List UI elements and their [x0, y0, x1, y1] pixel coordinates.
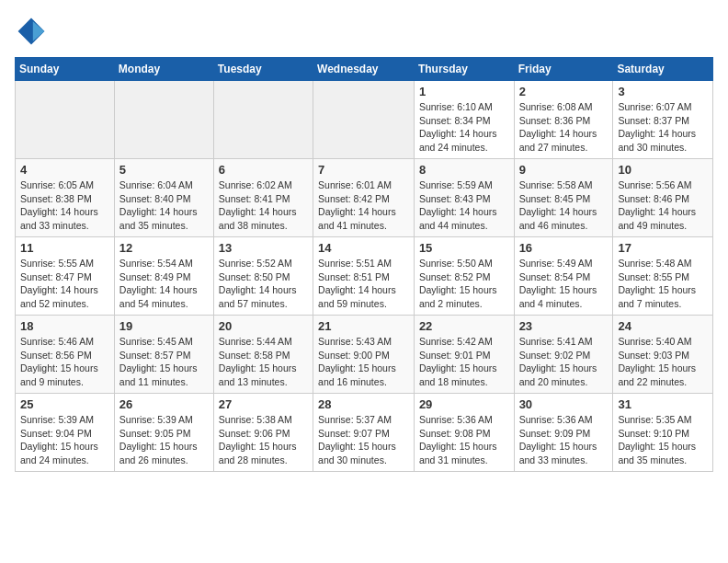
day-detail: Sunrise: 5:36 AM Sunset: 9:09 PM Dayligh… [519, 413, 609, 467]
day-number: 20 [219, 319, 308, 333]
day-number: 29 [419, 397, 509, 411]
weekday-header-monday: Monday [114, 58, 213, 81]
day-detail: Sunrise: 5:35 AM Sunset: 9:10 PM Dayligh… [618, 413, 708, 467]
day-detail: Sunrise: 6:05 AM Sunset: 8:38 PM Dayligh… [20, 178, 109, 233]
svg-marker-1 [33, 21, 45, 41]
calendar-table: SundayMondayTuesdayWednesdayThursdayFrid… [15, 57, 713, 472]
calendar-cell: 18Sunrise: 5:46 AM Sunset: 8:56 PM Dayli… [16, 316, 115, 394]
day-number: 14 [318, 241, 409, 255]
day-detail: Sunrise: 6:04 AM Sunset: 8:40 PM Dayligh… [119, 178, 209, 233]
calendar-cell: 21Sunrise: 5:43 AM Sunset: 9:00 PM Dayli… [313, 316, 415, 394]
calendar-cell: 7Sunrise: 6:01 AM Sunset: 8:42 PM Daylig… [313, 159, 415, 237]
day-detail: Sunrise: 5:55 AM Sunset: 8:47 PM Dayligh… [20, 257, 109, 311]
day-detail: Sunrise: 5:45 AM Sunset: 8:57 PM Dayligh… [119, 335, 209, 389]
day-number: 5 [119, 163, 209, 177]
day-detail: Sunrise: 5:44 AM Sunset: 8:58 PM Dayligh… [219, 335, 308, 389]
calendar-cell: 11Sunrise: 5:55 AM Sunset: 8:47 PM Dayli… [16, 237, 115, 316]
day-number: 22 [419, 319, 509, 333]
day-number: 31 [618, 397, 708, 411]
day-detail: Sunrise: 5:49 AM Sunset: 8:54 PM Dayligh… [519, 257, 609, 311]
day-number: 23 [519, 319, 609, 333]
calendar-cell: 20Sunrise: 5:44 AM Sunset: 8:58 PM Dayli… [213, 316, 313, 394]
day-detail: Sunrise: 5:46 AM Sunset: 8:56 PM Dayligh… [20, 335, 109, 389]
day-detail: Sunrise: 5:51 AM Sunset: 8:51 PM Dayligh… [318, 257, 409, 311]
day-number: 13 [219, 241, 308, 255]
day-detail: Sunrise: 5:52 AM Sunset: 8:50 PM Dayligh… [219, 257, 308, 311]
day-number: 27 [219, 397, 308, 411]
day-detail: Sunrise: 5:42 AM Sunset: 9:01 PM Dayligh… [419, 335, 509, 389]
day-detail: Sunrise: 5:48 AM Sunset: 8:55 PM Dayligh… [618, 257, 708, 311]
day-number: 1 [419, 85, 509, 98]
day-number: 7 [318, 163, 409, 177]
day-detail: Sunrise: 6:01 AM Sunset: 8:42 PM Dayligh… [318, 178, 409, 233]
calendar-cell: 2Sunrise: 6:08 AM Sunset: 8:36 PM Daylig… [514, 81, 613, 159]
day-number: 21 [318, 319, 409, 333]
page-header [15, 15, 713, 48]
calendar-cell: 5Sunrise: 6:04 AM Sunset: 8:40 PM Daylig… [114, 159, 213, 237]
weekday-header-row: SundayMondayTuesdayWednesdayThursdayFrid… [16, 58, 713, 81]
day-number: 26 [119, 397, 209, 411]
weekday-header-wednesday: Wednesday [313, 58, 415, 81]
day-detail: Sunrise: 5:36 AM Sunset: 9:08 PM Dayligh… [419, 413, 509, 467]
logo [15, 15, 53, 48]
week-row-2: 4Sunrise: 6:05 AM Sunset: 8:38 PM Daylig… [16, 159, 713, 237]
day-number: 10 [618, 163, 708, 177]
day-detail: Sunrise: 5:39 AM Sunset: 9:04 PM Dayligh… [20, 413, 109, 467]
calendar-cell [16, 81, 115, 159]
calendar-cell: 26Sunrise: 5:39 AM Sunset: 9:05 PM Dayli… [114, 394, 213, 472]
day-number: 25 [20, 397, 109, 411]
day-detail: Sunrise: 5:37 AM Sunset: 9:07 PM Dayligh… [318, 413, 409, 467]
calendar-cell [213, 81, 313, 159]
day-number: 19 [119, 319, 209, 333]
calendar-cell: 1Sunrise: 6:10 AM Sunset: 8:34 PM Daylig… [414, 81, 514, 159]
day-detail: Sunrise: 5:39 AM Sunset: 9:05 PM Dayligh… [119, 413, 209, 467]
calendar-cell: 24Sunrise: 5:40 AM Sunset: 9:03 PM Dayli… [613, 316, 713, 394]
day-detail: Sunrise: 5:56 AM Sunset: 8:46 PM Dayligh… [618, 178, 708, 233]
day-number: 6 [219, 163, 308, 177]
day-number: 3 [618, 85, 708, 98]
day-number: 8 [419, 163, 509, 177]
day-detail: Sunrise: 5:38 AM Sunset: 9:06 PM Dayligh… [219, 413, 308, 467]
day-detail: Sunrise: 6:10 AM Sunset: 8:34 PM Dayligh… [419, 100, 509, 155]
calendar-cell: 25Sunrise: 5:39 AM Sunset: 9:04 PM Dayli… [16, 394, 115, 472]
calendar-cell: 30Sunrise: 5:36 AM Sunset: 9:09 PM Dayli… [514, 394, 613, 472]
day-detail: Sunrise: 5:58 AM Sunset: 8:45 PM Dayligh… [519, 178, 609, 233]
day-detail: Sunrise: 5:43 AM Sunset: 9:00 PM Dayligh… [318, 335, 409, 389]
day-number: 11 [20, 241, 109, 255]
day-number: 4 [20, 163, 109, 177]
day-number: 12 [119, 241, 209, 255]
week-row-4: 18Sunrise: 5:46 AM Sunset: 8:56 PM Dayli… [16, 316, 713, 394]
calendar-cell: 31Sunrise: 5:35 AM Sunset: 9:10 PM Dayli… [613, 394, 713, 472]
day-detail: Sunrise: 6:02 AM Sunset: 8:41 PM Dayligh… [219, 178, 308, 233]
logo-icon [15, 15, 48, 48]
day-detail: Sunrise: 5:50 AM Sunset: 8:52 PM Dayligh… [419, 257, 509, 311]
day-detail: Sunrise: 5:41 AM Sunset: 9:02 PM Dayligh… [519, 335, 609, 389]
calendar-cell: 12Sunrise: 5:54 AM Sunset: 8:49 PM Dayli… [114, 237, 213, 316]
weekday-header-thursday: Thursday [414, 58, 514, 81]
calendar-cell: 19Sunrise: 5:45 AM Sunset: 8:57 PM Dayli… [114, 316, 213, 394]
day-number: 16 [519, 241, 609, 255]
calendar-cell: 10Sunrise: 5:56 AM Sunset: 8:46 PM Dayli… [613, 159, 713, 237]
calendar-cell: 15Sunrise: 5:50 AM Sunset: 8:52 PM Dayli… [414, 237, 514, 316]
day-detail: Sunrise: 6:08 AM Sunset: 8:36 PM Dayligh… [519, 100, 609, 155]
day-number: 30 [519, 397, 609, 411]
day-detail: Sunrise: 5:54 AM Sunset: 8:49 PM Dayligh… [119, 257, 209, 311]
day-number: 17 [618, 241, 708, 255]
calendar-cell: 17Sunrise: 5:48 AM Sunset: 8:55 PM Dayli… [613, 237, 713, 316]
day-number: 28 [318, 397, 409, 411]
day-detail: Sunrise: 5:59 AM Sunset: 8:43 PM Dayligh… [419, 178, 509, 233]
week-row-5: 25Sunrise: 5:39 AM Sunset: 9:04 PM Dayli… [16, 394, 713, 472]
day-detail: Sunrise: 6:07 AM Sunset: 8:37 PM Dayligh… [618, 100, 708, 155]
calendar-cell: 14Sunrise: 5:51 AM Sunset: 8:51 PM Dayli… [313, 237, 415, 316]
day-number: 18 [20, 319, 109, 333]
calendar-cell: 27Sunrise: 5:38 AM Sunset: 9:06 PM Dayli… [213, 394, 313, 472]
weekday-header-tuesday: Tuesday [213, 58, 313, 81]
calendar-cell [114, 81, 213, 159]
calendar-header: SundayMondayTuesdayWednesdayThursdayFrid… [16, 58, 713, 81]
week-row-1: 1Sunrise: 6:10 AM Sunset: 8:34 PM Daylig… [16, 81, 713, 159]
day-number: 9 [519, 163, 609, 177]
day-number: 24 [618, 319, 708, 333]
calendar-body: 1Sunrise: 6:10 AM Sunset: 8:34 PM Daylig… [16, 81, 713, 472]
calendar-cell: 6Sunrise: 6:02 AM Sunset: 8:41 PM Daylig… [213, 159, 313, 237]
calendar-cell: 16Sunrise: 5:49 AM Sunset: 8:54 PM Dayli… [514, 237, 613, 316]
